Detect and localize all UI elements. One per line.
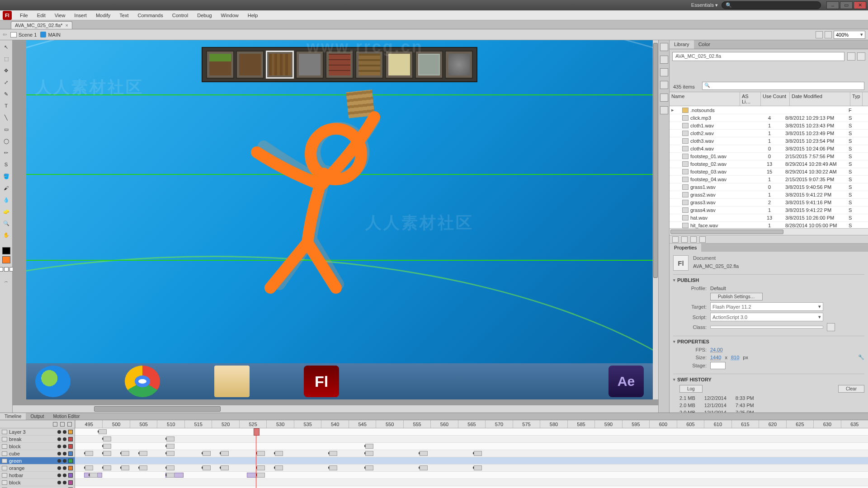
zoom-dropdown[interactable]: 400%▾	[834, 31, 865, 39]
frame-tick[interactable]: 560	[430, 420, 458, 428]
frame-tick[interactable]: 510	[157, 420, 184, 428]
track-row[interactable]	[75, 479, 868, 486]
menu-commands[interactable]: Commands	[133, 11, 167, 19]
fps-value[interactable]: 24.00	[710, 347, 723, 352]
playhead[interactable]	[256, 428, 256, 488]
frame-tick[interactable]: 570	[485, 420, 512, 428]
track-row[interactable]	[75, 443, 868, 450]
new-symbol-button[interactable]	[672, 236, 679, 243]
dock-info-icon[interactable]	[660, 56, 668, 64]
snap-option-icon[interactable]: ⌒	[1, 279, 11, 289]
frame-tick[interactable]: 525	[239, 420, 266, 428]
frame-tick[interactable]: 575	[513, 420, 540, 428]
menu-edit[interactable]: Edit	[33, 11, 50, 19]
selection-tool[interactable]: ↖	[1, 42, 11, 52]
layer-row[interactable]: break	[0, 436, 75, 443]
target-dropdown[interactable]: Flash Player 11.2▾	[710, 302, 823, 311]
library-row[interactable]: hit_face.wav18/28/2014 10:05:00 PMS	[670, 222, 868, 228]
rectangle-tool[interactable]: ▭	[1, 124, 11, 134]
publish-settings-button[interactable]: Publish Settings…	[710, 293, 763, 300]
layer-row[interactable]: hotbar	[0, 472, 75, 479]
library-row[interactable]: cloth2.wav13/8/2015 10:23:49 PMS	[670, 130, 868, 137]
dock-transform-icon[interactable]	[660, 68, 668, 76]
class-input[interactable]	[710, 326, 823, 328]
frame-tick[interactable]: 625	[786, 420, 813, 428]
document-tab[interactable]: AVA_MC_025_02.fla* ×	[11, 21, 72, 29]
frame-tick[interactable]: 495	[75, 420, 102, 428]
lock-all-icon[interactable]	[60, 422, 65, 427]
library-hscrollbar[interactable]	[670, 228, 868, 235]
dock-swatches-icon[interactable]	[660, 81, 668, 89]
dock-align-icon[interactable]	[660, 43, 668, 51]
window-close-button[interactable]: ✕	[854, 1, 866, 9]
frame-tick[interactable]: 530	[266, 420, 293, 428]
library-row[interactable]: footstep_04.wav12/15/2015 9:07:35 PMS	[670, 176, 868, 183]
stroke-color-swatch[interactable]	[2, 247, 10, 254]
track-row[interactable]	[75, 465, 868, 472]
tab-color[interactable]: Color	[694, 40, 715, 49]
size-h[interactable]: 810	[731, 355, 739, 360]
size-w[interactable]: 1440	[710, 355, 721, 360]
library-row[interactable]: footstep_03.wav158/29/2014 10:30:22 AMS	[670, 168, 868, 176]
frame-tick[interactable]: 615	[731, 420, 759, 428]
menu-view[interactable]: View	[50, 11, 70, 19]
frame-tick[interactable]: 505	[130, 420, 157, 428]
pencil-tool[interactable]: ✏	[1, 148, 11, 158]
frame-tick[interactable]: 580	[540, 420, 567, 428]
outline-all-icon[interactable]	[67, 422, 72, 427]
library-row[interactable]: grass4.wav13/8/2015 9:41:22 PMS	[670, 206, 868, 214]
edit-size-icon[interactable]: 🔧	[858, 354, 864, 360]
frame-tick[interactable]: 565	[458, 420, 485, 428]
hand-tool[interactable]: ✋	[1, 230, 11, 240]
stage-vscrollbar[interactable]	[653, 40, 658, 399]
delete-button[interactable]	[699, 236, 706, 243]
lasso-tool[interactable]: ⤢	[1, 77, 11, 87]
paint-bucket-tool[interactable]: 🪣	[1, 171, 11, 181]
library-row[interactable]: click.mp348/8/2012 10:29:13 PMS	[670, 114, 868, 122]
frame-tick[interactable]: 500	[102, 420, 129, 428]
track-row[interactable]	[75, 472, 868, 479]
menu-control[interactable]: Control	[168, 11, 193, 19]
tab-output[interactable]: Output	[26, 413, 48, 420]
track-row[interactable]	[75, 428, 868, 436]
subselection-tool[interactable]: ⬚	[1, 54, 11, 64]
line-tool[interactable]: ╲	[1, 113, 11, 122]
frame-tick[interactable]: 630	[813, 420, 840, 428]
clear-button[interactable]: Clear	[838, 385, 864, 393]
library-row[interactable]: ▸.notsoundsF	[670, 106, 868, 114]
close-tab-icon[interactable]: ×	[65, 23, 68, 28]
edit-symbol-icon[interactable]	[825, 31, 832, 38]
frame-tick[interactable]: 595	[622, 420, 649, 428]
oval-tool[interactable]: ◯	[1, 136, 11, 146]
library-row[interactable]: cloth4.wav03/8/2015 10:24:06 PMS	[670, 145, 868, 153]
frames-area[interactable]: 4955005055105155205255305355405455505555…	[75, 420, 868, 488]
zoom-tool[interactable]: 🔍	[1, 218, 11, 228]
new-folder-button[interactable]	[681, 236, 688, 243]
dock-components-icon[interactable]	[660, 106, 668, 114]
library-row[interactable]: cloth1.wav13/8/2015 10:23:43 PMS	[670, 122, 868, 130]
menu-modify[interactable]: Modify	[91, 11, 115, 19]
library-row[interactable]: footstep_02.wav138/29/2014 10:28:49 AMS	[670, 160, 868, 168]
library-row[interactable]: footstep_01.wav02/15/2015 7:57:56 PMS	[670, 153, 868, 160]
new-library-icon[interactable]	[857, 52, 865, 61]
script-dropdown[interactable]: ActionScript 3.0▾	[710, 313, 823, 321]
back-button[interactable]: ⇦	[3, 32, 7, 38]
track-row[interactable]	[75, 450, 868, 457]
library-row[interactable]: hat.wav133/8/2015 10:26:00 PMS	[670, 214, 868, 222]
fill-color-swatch[interactable]	[2, 256, 10, 263]
edit-class-icon[interactable]	[827, 323, 835, 331]
frame-tick[interactable]: 590	[594, 420, 622, 428]
eyedropper-tool[interactable]: 💧	[1, 195, 11, 205]
menu-help[interactable]: Help	[243, 11, 263, 19]
pin-library-icon[interactable]	[847, 52, 855, 61]
frame-tick[interactable]: 545	[349, 420, 376, 428]
library-doc-dropdown[interactable]: AVA_MC_025_02.fla	[672, 52, 844, 61]
stage-hscrollbar[interactable]	[13, 405, 658, 413]
frame-tick[interactable]: 555	[403, 420, 430, 428]
no-color-icon[interactable]	[4, 267, 9, 272]
properties-button[interactable]	[690, 236, 697, 243]
help-search-input[interactable]: 🔍	[722, 1, 821, 9]
black-white-icon[interactable]	[0, 267, 3, 272]
library-header[interactable]: Name AS Li… Use Count Date Modified Typ	[670, 92, 868, 106]
show-all-icon[interactable]	[53, 422, 57, 427]
